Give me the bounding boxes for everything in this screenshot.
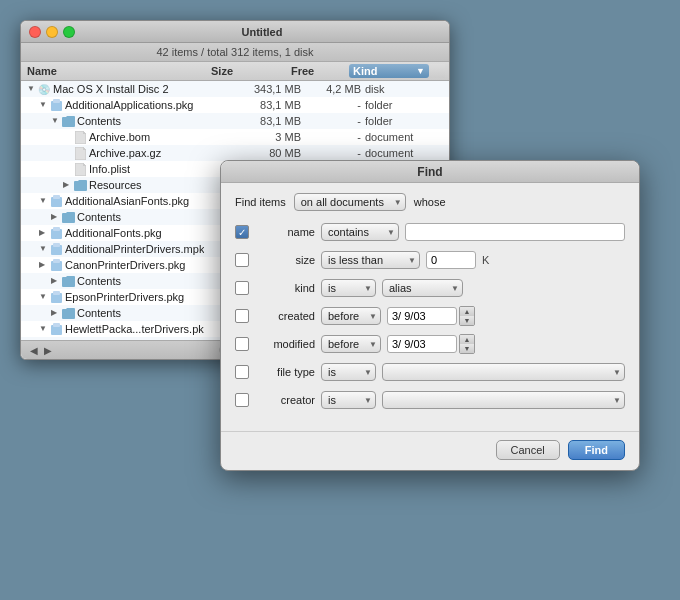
disk-icon: 💿 [37,82,51,96]
table-row[interactable]: ▼💿Mac OS X Install Disc 2343,1 MB4,2 MBd… [21,81,449,97]
file-size: 83,1 MB [225,115,305,127]
pkg-icon [49,242,63,256]
created-checkbox[interactable] [235,309,249,323]
created-date-stepper[interactable]: ▲ ▼ [459,306,475,326]
file-kind: disk [365,83,445,95]
table-row[interactable]: ▼Contents83,1 MB-folder [21,113,449,129]
folder-icon [61,210,75,224]
documents-select-wrapper: on all documents ▼ [294,193,406,211]
file-free: - [305,115,365,127]
expand-triangle-icon[interactable]: ▼ [39,101,47,109]
modified-date-step-down[interactable]: ▼ [460,344,474,353]
close-button[interactable] [29,26,41,38]
name-condition-select[interactable]: contains starts with ends with is is not [321,223,399,241]
expand-triangle-icon[interactable]: ▼ [39,293,47,301]
expand-triangle-icon[interactable]: ▼ [51,117,59,125]
creator-value-wrapper: ▼ [382,391,625,409]
back-button[interactable]: ◀ [27,344,41,357]
creator-value-select[interactable] [382,391,625,409]
modified-checkbox[interactable] [235,337,249,351]
size-checkbox[interactable] [235,253,249,267]
file-size: 80 MB [225,147,305,159]
kind-checkbox[interactable] [235,281,249,295]
expand-triangle-icon[interactable]: ▶ [51,309,59,317]
expand-triangle-icon [63,149,71,157]
folder-icon [73,178,87,192]
expand-triangle-icon[interactable]: ▶ [63,181,71,189]
find-row-creator: creator is is not ▼ ▼ [235,389,625,411]
find-row-kind: kind is is not ▼ alias folder document a… [235,277,625,299]
find-row-filetype: file type is is not ▼ ▼ [235,361,625,383]
file-name: CanonPrinterDrivers.pkg [65,259,185,271]
expand-triangle-icon[interactable]: ▶ [39,229,47,237]
find-dialog-titlebar: Find [221,161,639,183]
filetype-condition-select[interactable]: is is not [321,363,376,381]
expand-triangle-icon[interactable]: ▼ [27,85,35,93]
forward-button[interactable]: ▶ [41,344,55,357]
creator-condition-select[interactable]: is is not [321,391,376,409]
expand-triangle-icon[interactable]: ▶ [51,213,59,221]
modified-date-step-up[interactable]: ▲ [460,335,474,344]
filetype-value-select[interactable] [382,363,625,381]
modified-condition-select[interactable]: before after is [321,335,381,353]
expand-triangle-icon[interactable]: ▼ [39,325,47,333]
filetype-label: file type [255,366,315,378]
file-kind: document [365,131,445,143]
find-button[interactable]: Find [568,440,625,460]
created-date-step-up[interactable]: ▲ [460,307,474,316]
svg-rect-1 [53,99,60,103]
expand-triangle-icon[interactable]: ▶ [51,277,59,285]
size-value-input[interactable] [426,251,476,269]
kind-label: kind [255,282,315,294]
col-size[interactable]: Size [209,64,289,78]
kind-value-select[interactable]: alias folder document application disk [382,279,463,297]
size-label: size [255,254,315,266]
created-condition-select[interactable]: before after is [321,307,381,325]
expand-triangle-icon [63,133,71,141]
file-free: - [305,131,365,143]
file-free: - [305,147,365,159]
modified-date-input[interactable] [387,335,457,353]
expand-triangle-icon [63,165,71,173]
col-free[interactable]: Free [289,64,349,78]
size-condition-select[interactable]: is less than is greater than is [321,251,420,269]
svg-rect-5 [53,227,60,231]
table-row[interactable]: ▼AdditionalApplications.pkg83,1 MB-folde… [21,97,449,113]
file-name: Contents [77,275,121,287]
expand-triangle-icon[interactable]: ▼ [39,197,47,205]
creator-checkbox[interactable] [235,393,249,407]
minimize-button[interactable] [46,26,58,38]
maximize-button[interactable] [63,26,75,38]
file-size: 83,1 MB [225,99,305,111]
cancel-button[interactable]: Cancel [496,440,560,460]
modified-date-stepper[interactable]: ▲ ▼ [459,334,475,354]
pkg-icon [49,290,63,304]
kind-condition-wrapper: is is not ▼ [321,279,376,297]
expand-triangle-icon[interactable]: ▶ [39,261,47,269]
pkg-icon [49,258,63,272]
creator-label: creator [255,394,315,406]
created-date-input[interactable] [387,307,457,325]
kind-condition-select[interactable]: is is not [321,279,376,297]
name-checkbox[interactable]: ✓ [235,225,249,239]
table-row[interactable]: Archive.pax.gz80 MB-document [21,145,449,161]
created-date-step-down[interactable]: ▼ [460,316,474,325]
traffic-lights [29,26,75,38]
pkg-icon [49,226,63,240]
name-condition-wrapper: contains starts with ends with is is not… [321,223,399,241]
file-name: AdditionalFonts.pkg [65,227,162,239]
table-row[interactable]: Archive.bom3 MB-document [21,129,449,145]
file-size: 3 MB [225,131,305,143]
pkg-icon [49,98,63,112]
name-value-input[interactable] [405,223,625,241]
documents-select[interactable]: on all documents [294,193,406,211]
col-kind[interactable]: Kind ▼ [349,64,429,78]
filetype-checkbox[interactable] [235,365,249,379]
svg-rect-13 [53,323,60,327]
find-row-name: ✓ name contains starts with ends with is… [235,221,625,243]
col-name[interactable]: Name [25,64,209,78]
file-name: Contents [77,115,121,127]
sort-arrow-icon: ▼ [416,66,425,76]
expand-triangle-icon[interactable]: ▼ [39,245,47,253]
file-name: Archive.bom [89,131,150,143]
